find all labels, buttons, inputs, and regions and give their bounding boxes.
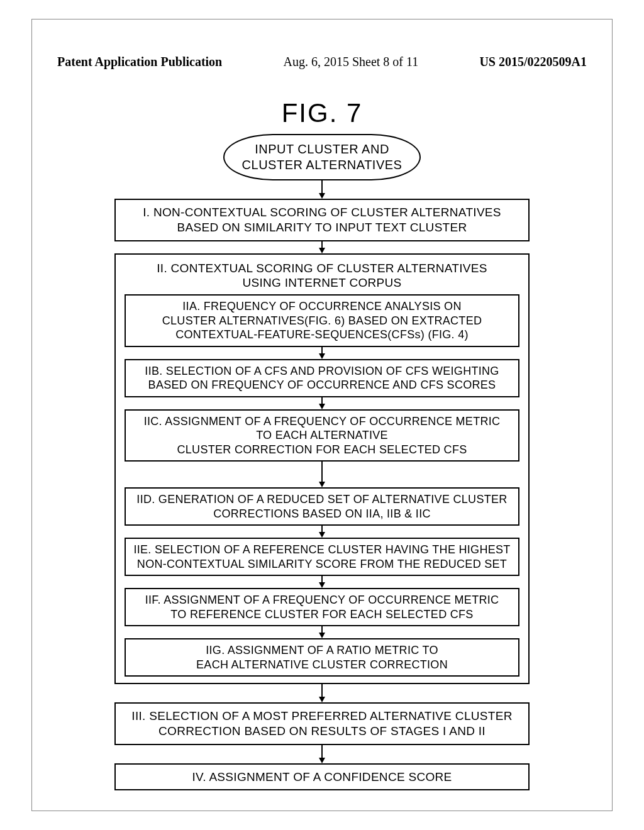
stage-4-box: IV. ASSIGNMENT OF A CONFIDENCE SCORE	[114, 763, 530, 791]
stage-3-box: III. SELECTION OF A MOST PREFERRED ALTER…	[114, 702, 530, 745]
stage-2-container: II. CONTEXTUAL SCORING OF CLUSTER ALTERN…	[114, 253, 530, 685]
header-right: US 2015/0220509A1	[479, 55, 587, 69]
stage-2f-box: IIF. ASSIGNMENT OF A FREQUENCY OF OCCURR…	[125, 588, 519, 626]
page-frame: Patent Application Publication Aug. 6, 2…	[31, 19, 613, 811]
stage-2e-box: IIE. SELECTION OF A REFERENCE CLUSTER HA…	[125, 538, 519, 576]
stage-2b-box: IIB. SELECTION OF A CFS AND PROVISION OF…	[125, 359, 519, 397]
start-node: INPUT CLUSTER ANDCLUSTER ALTERNATIVES	[223, 134, 421, 180]
stage-2d-box: IID. GENERATION OF A REDUCED SET OF ALTE…	[125, 487, 519, 526]
flowchart: INPUT CLUSTER ANDCLUSTER ALTERNATIVES I.…	[114, 134, 530, 790]
stage-1-box: I. NON-CONTEXTUAL SCORING OF CLUSTER ALT…	[114, 199, 530, 241]
figure-title: FIG. 7	[282, 98, 363, 128]
header-center: Aug. 6, 2015 Sheet 8 of 11	[283, 55, 418, 69]
stage-2a-box: IIA. FREQUENCY OF OCCURRENCE ANALYSIS ON…	[125, 294, 519, 347]
stage-2c-box: IIC. ASSIGNMENT OF A FREQUENCY OF OCCURR…	[125, 409, 519, 462]
page-header: Patent Application Publication Aug. 6, 2…	[32, 55, 612, 69]
stage-2-title: II. CONTEXTUAL SCORING OF CLUSTER ALTERN…	[150, 258, 493, 295]
stage-2g-box: IIG. ASSIGNMENT OF A RATIO METRIC TOEACH…	[125, 638, 519, 677]
header-left: Patent Application Publication	[57, 55, 222, 69]
